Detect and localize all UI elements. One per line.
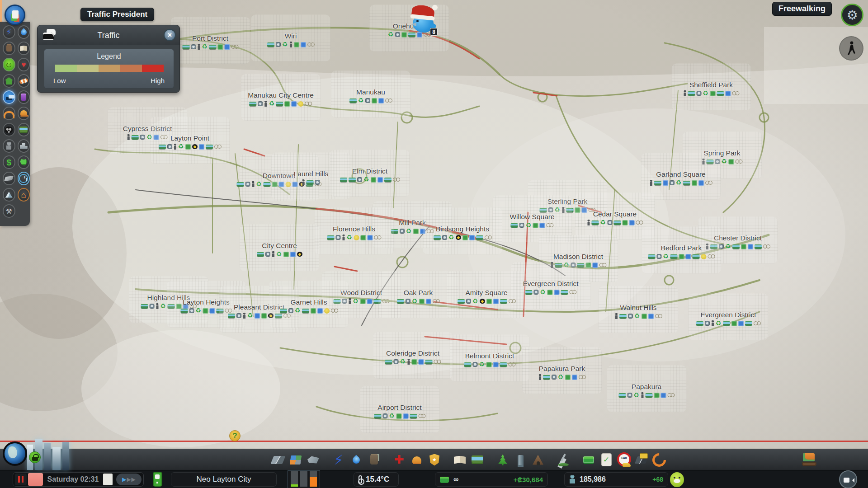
rci-demand-meter[interactable] — [288, 470, 320, 488]
bus-stop-icon — [397, 299, 404, 304]
district: Willow Square♻ — [509, 213, 554, 228]
repair-tool-button[interactable] — [651, 450, 667, 469]
happiness-infoview-button[interactable]: ☺ — [3, 58, 15, 71]
water-policy-icon — [592, 263, 598, 268]
electricity-tool-button[interactable]: ⚡ — [331, 450, 346, 469]
happiness-marker-icon — [298, 101, 304, 107]
fire-safety-infoview-button[interactable] — [18, 107, 30, 120]
population-pill[interactable]: 185,986 +68 — [564, 472, 668, 487]
park-policy-icon — [401, 32, 407, 38]
maintenance-infoview-button[interactable]: ⚒ — [3, 204, 15, 218]
garbage-tool-button[interactable] — [366, 450, 382, 469]
levels-infoview-button[interactable] — [3, 188, 15, 202]
garbage-infoview-button[interactable] — [3, 42, 15, 55]
budget-pill[interactable]: ∞ +₡30,684 — [435, 472, 548, 487]
education-tool-button[interactable] — [452, 450, 467, 469]
chirper-bird[interactable]: 8 — [409, 6, 442, 35]
help-marker[interactable]: ? — [229, 430, 241, 441]
landscaping-tool-button[interactable] — [556, 450, 571, 469]
city-buildings-infoview-button[interactable] — [18, 139, 30, 153]
play-speed-buttons[interactable]: ▶ ▶ ▶ — [116, 474, 142, 485]
heating-infoview-button[interactable]: ⌂ — [18, 188, 30, 202]
district-name: Sheffield Park — [683, 81, 740, 89]
traffic-panel-header[interactable]: Traffic × — [38, 25, 179, 45]
chirper-notification-badge[interactable]: 8 — [430, 28, 438, 36]
zoning-tool-button[interactable] — [288, 450, 303, 469]
globe-icon[interactable] — [3, 441, 27, 466]
traffic-routes-infoview-button[interactable] — [18, 172, 30, 185]
bulldozer-tool-button[interactable] — [801, 451, 818, 468]
water-policy-icon — [493, 299, 499, 304]
free-camera-button[interactable] — [839, 470, 857, 488]
district: Port District♻ — [182, 34, 239, 50]
bike-policy-icon — [231, 45, 238, 49]
resources-infoview-button[interactable] — [18, 155, 30, 169]
pause-button[interactable] — [15, 474, 27, 485]
close-icon[interactable]: × — [164, 29, 176, 41]
water-infoview-button[interactable] — [18, 25, 30, 39]
public-transport-infoview-button[interactable] — [18, 123, 30, 136]
freewalking-person-icon[interactable] — [839, 36, 863, 61]
unlock-icon[interactable] — [29, 451, 41, 463]
noise-infoview-button[interactable] — [3, 107, 15, 120]
traffic-infoview-button[interactable] — [3, 90, 15, 104]
education-infoview-button[interactable] — [18, 42, 30, 55]
traffic-manager-tool-button[interactable]: 140 — [616, 450, 632, 469]
district: Papakura♻ — [618, 383, 675, 398]
bus-stop-icon — [280, 309, 287, 313]
electricity-infoview-button[interactable]: ⚡ — [3, 25, 15, 39]
policies-tool-button[interactable]: ✓ — [599, 450, 614, 469]
district: Manukau♻ — [349, 88, 393, 103]
toolbar-group — [452, 450, 485, 469]
bus-stop-icon — [307, 180, 314, 185]
play2-icon[interactable]: ▶ — [127, 476, 131, 483]
heating-status-icon[interactable] — [153, 472, 162, 487]
happiness-smiley-icon[interactable] — [670, 472, 684, 487]
traffic-manager-glyph: 140 — [621, 456, 627, 460]
park-policy-icon — [710, 91, 715, 96]
economy-tool-button[interactable] — [581, 450, 596, 469]
transport-tool-button[interactable] — [470, 450, 485, 469]
terrain-infoview-button[interactable] — [3, 172, 15, 185]
service-badge-icon — [140, 135, 145, 140]
fire-tool-button[interactable] — [409, 450, 425, 469]
gear-icon[interactable]: ⚙ — [841, 4, 863, 26]
simulation-speed-bar[interactable] — [28, 473, 43, 486]
policies-glyph: ✓ — [603, 455, 609, 465]
infoviews-button[interactable] — [5, 5, 25, 25]
roads-tool-button[interactable] — [270, 450, 286, 469]
population-infoview-button[interactable] — [3, 139, 15, 153]
land-value-infoview-button[interactable]: ★ — [3, 74, 15, 88]
service-badge-icon — [400, 229, 405, 234]
wind-infoview-button[interactable] — [18, 74, 30, 88]
citizen-icon — [272, 251, 275, 257]
healthcare-tool-button[interactable]: ✚ — [392, 450, 407, 469]
unique-tool-button[interactable] — [513, 450, 528, 469]
road-adjust-tool-button[interactable] — [634, 450, 649, 469]
citizen-icon — [538, 374, 542, 380]
healthcare-glyph: ✚ — [394, 453, 404, 467]
service-badge-icon — [395, 32, 400, 37]
district-name: Madison District — [550, 253, 607, 261]
bus-stop-icon — [732, 244, 740, 249]
economy-infoview-button[interactable]: $ — [3, 155, 15, 169]
water-tool-button[interactable] — [349, 450, 364, 469]
natural-resources-infoview-button[interactable] — [18, 90, 30, 104]
districts-tool-button[interactable] — [306, 450, 321, 469]
service-badge-icon — [276, 42, 281, 47]
crime-infoview-button[interactable] — [3, 123, 15, 136]
health-infoview-button[interactable]: ♥ — [18, 58, 30, 71]
monuments-tool-button[interactable] — [530, 450, 546, 469]
district-name: Laurel Hills — [294, 170, 329, 178]
play1-icon[interactable]: ▶ — [122, 476, 126, 483]
parks-tool-button[interactable] — [495, 450, 510, 469]
park-policy-icon — [741, 244, 746, 249]
city-name-pill[interactable]: Neo Layton City — [171, 472, 277, 487]
water-policy-icon — [663, 180, 668, 186]
citizen-icon — [615, 313, 618, 319]
service-badge-icon — [236, 313, 241, 318]
play3-icon[interactable]: ▶ — [132, 476, 136, 483]
police-tool-button[interactable]: ★ — [427, 450, 442, 469]
citizen-icon — [174, 144, 177, 150]
bike-policy-icon — [307, 42, 315, 47]
